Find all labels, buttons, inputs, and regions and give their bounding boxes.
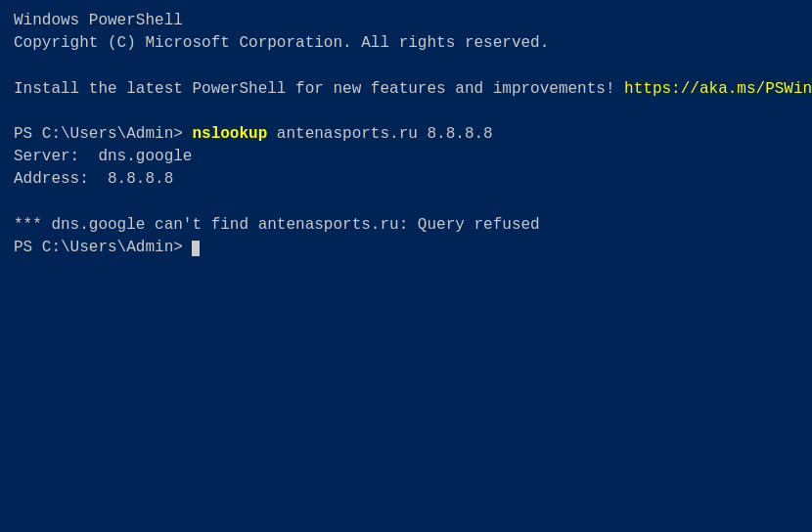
error-line: *** dns.google can't find antenasports.r… — [14, 214, 798, 237]
prompt-line-2[interactable]: PS C:\Users\Admin> — [14, 237, 798, 259]
empty-line-1 — [14, 55, 798, 77]
install-link: https://aka.ms/PSWindows — [624, 80, 812, 98]
prompt-2: PS C:\Users\Admin> — [14, 239, 192, 256]
title-line: Windows PowerShell — [14, 10, 798, 32]
empty-line-2 — [14, 101, 798, 123]
copyright-line: Copyright (C) Microsoft Corporation. All… — [14, 32, 798, 55]
nslookup-command: nslookup — [192, 125, 267, 143]
terminal-window: Windows PowerShell Copyright (C) Microso… — [0, 0, 812, 532]
install-line: Install the latest PowerShell for new fe… — [14, 78, 798, 101]
command-args: antenasports.ru 8.8.8.8 — [267, 125, 492, 143]
empty-line-3 — [14, 192, 798, 214]
server-line: Server: dns.google — [14, 146, 798, 168]
command-line: PS C:\Users\Admin> nslookup antenasports… — [14, 123, 798, 146]
install-text: Install the latest PowerShell for new fe… — [14, 80, 624, 98]
prompt-1: PS C:\Users\Admin> — [14, 125, 192, 143]
address-line: Address: 8.8.8.8 — [14, 168, 798, 191]
cursor-blink — [192, 241, 200, 256]
